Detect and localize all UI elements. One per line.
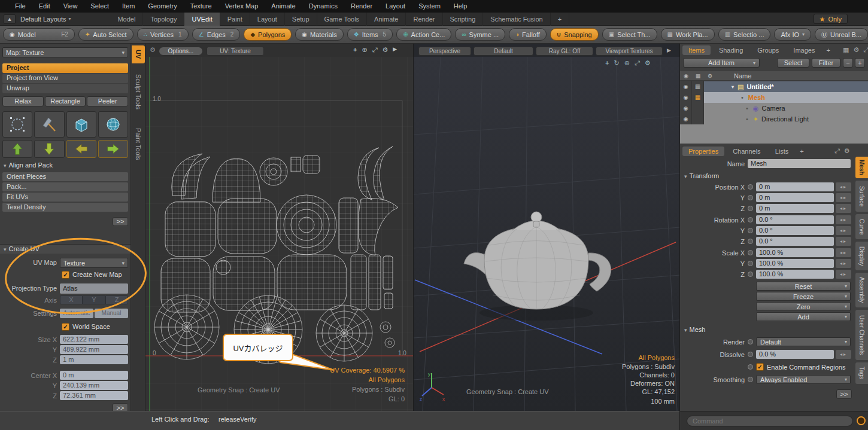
properties-more-button[interactable]: >>: [836, 389, 852, 399]
side-tab-curve[interactable]: Curve: [855, 214, 868, 239]
tab-render[interactable]: Render: [406, 13, 442, 26]
scale-y-field[interactable]: 100.0 %: [756, 259, 834, 268]
position-x-field[interactable]: 0 m: [756, 182, 834, 191]
viewport-tab-perspective[interactable]: Perspective: [418, 47, 471, 56]
texel-density-button[interactable]: Texel Density: [2, 203, 128, 212]
vertical-tab-uv[interactable]: UV: [132, 45, 145, 63]
play-icon[interactable]: ▶: [393, 46, 397, 54]
menu-geometry[interactable]: Geometry: [141, 0, 183, 13]
reset-dot[interactable]: [748, 228, 753, 233]
reset-dot[interactable]: [748, 352, 753, 357]
gear-icon[interactable]: ⚙: [853, 46, 859, 54]
side-tab-surface[interactable]: Surface: [855, 181, 868, 212]
menu-file[interactable]: File: [8, 0, 32, 13]
tab-images[interactable]: Images: [787, 45, 821, 55]
default-layouts-selector[interactable]: Default Layouts: [20, 16, 66, 23]
side-tab-mesh[interactable]: Mesh: [855, 157, 868, 178]
falloff-button[interactable]: ◑Falloff: [509, 28, 547, 41]
axis-y-option[interactable]: Y: [83, 295, 105, 304]
menu-view[interactable]: View: [57, 0, 84, 13]
name-column-header[interactable]: Name: [734, 72, 751, 80]
move-left-button[interactable]: [66, 140, 96, 158]
viewport-tab-default[interactable]: Default: [474, 47, 533, 56]
reset-dot[interactable]: [748, 206, 753, 211]
reset-dot[interactable]: [748, 239, 753, 244]
item-row-camera[interactable]: ◉ • ◉ Camera: [680, 103, 868, 114]
afx-io-button[interactable]: Afx IO▾: [774, 28, 811, 41]
materials-mode-button[interactable]: ◉Materials: [295, 28, 343, 41]
reset-dot[interactable]: [748, 250, 753, 255]
align-and-pack-header[interactable]: ▾Align and Pack: [4, 161, 53, 169]
center-x-field[interactable]: 0 m: [60, 371, 128, 380]
layouts-icon[interactable]: ▲: [4, 14, 16, 24]
tab-properties[interactable]: Properties: [682, 147, 724, 156]
tab-channels[interactable]: Channels: [727, 147, 766, 156]
size-x-field[interactable]: 622.122 mm: [60, 335, 128, 344]
sphere-projection-tool-button[interactable]: [98, 111, 128, 138]
center-z-field[interactable]: 72.361 mm: [60, 391, 128, 400]
side-tab-assembly[interactable]: Assembly: [855, 273, 868, 307]
menu-select[interactable]: Select: [84, 0, 116, 13]
axis-z-option[interactable]: Z: [105, 295, 128, 304]
reset-dot[interactable]: [748, 184, 753, 190]
menu-edit[interactable]: Edit: [32, 0, 57, 13]
tab-shading[interactable]: Shading: [713, 45, 749, 55]
fit-uvs-button[interactable]: Fit UVs: [2, 193, 128, 202]
item-list-empty-area[interactable]: [680, 124, 868, 144]
edges-mode-button[interactable]: ∠Edges2: [192, 28, 241, 41]
eye-icon[interactable]: ◉: [680, 81, 692, 92]
side-tab-user-channels[interactable]: User Channels: [855, 310, 868, 360]
position-x-spinner[interactable]: ◂▸: [836, 182, 851, 191]
eye-icon[interactable]: ◉: [680, 103, 692, 114]
select-through-button[interactable]: ▣Select Th...: [602, 28, 657, 41]
move-view-icon[interactable]: +: [353, 46, 357, 54]
polygons-mode-button[interactable]: ◆Polygons: [244, 28, 292, 41]
viewport-tab-raygl[interactable]: Ray GL: Off: [536, 47, 593, 56]
select-button[interactable]: Select: [777, 58, 809, 68]
rectangle-button[interactable]: Rectangle: [45, 96, 86, 106]
gear-icon[interactable]: ⚙: [382, 46, 388, 54]
add-item-dropdown[interactable]: Add Item ▾: [683, 58, 760, 68]
position-z-field[interactable]: 0 m: [756, 204, 834, 213]
tab-topology[interactable]: Topology: [143, 13, 184, 26]
expand-icon[interactable]: ⤢: [863, 46, 868, 54]
dissolve-spinner[interactable]: ◂▸: [836, 350, 851, 359]
menu-texture[interactable]: Texture: [184, 0, 218, 13]
grid-icon[interactable]: ▦: [843, 46, 849, 54]
command-input[interactable]: [687, 416, 853, 426]
orient-pieces-button[interactable]: Orient Pieces: [2, 172, 128, 181]
item-row-mesh[interactable]: ◉ ▦ • Mesh: [680, 92, 868, 103]
unwrap-button[interactable]: Unwrap: [2, 84, 128, 93]
more-tools-button[interactable]: >>: [113, 217, 128, 226]
menu-render[interactable]: Render: [344, 0, 379, 13]
uv-options-gear-icon[interactable]: ⚙: [150, 46, 156, 54]
dissolve-field[interactable]: 0.0 %: [756, 350, 834, 359]
only-toggle[interactable]: ★ Only: [814, 14, 848, 24]
axis-x-option[interactable]: X: [60, 295, 83, 304]
menu-dynamics[interactable]: Dynamics: [302, 0, 344, 13]
expand-icon[interactable]: ⤢: [834, 147, 840, 155]
tab-lists[interactable]: Lists: [769, 147, 795, 156]
center-y-field[interactable]: 240.139 mm: [60, 381, 128, 390]
expand-triangle-icon[interactable]: ▾: [732, 84, 734, 90]
pack-button[interactable]: Pack...: [2, 182, 128, 191]
reset-dot[interactable]: [748, 339, 753, 344]
gear-icon[interactable]: ⚙: [645, 59, 651, 67]
tab-game-tools[interactable]: Game Tools: [317, 13, 368, 26]
scale-x-spinner[interactable]: ◂▸: [836, 248, 851, 257]
unreal-bridge-button[interactable]: ⓊUnreal B...: [815, 28, 868, 41]
eye-icon[interactable]: ◉: [680, 92, 692, 103]
expand-icon[interactable]: ⤢: [635, 59, 640, 67]
move-down-button[interactable]: [34, 140, 64, 158]
world-space-checkbox[interactable]: ✓: [62, 323, 69, 331]
expand-all-button[interactable]: +: [855, 58, 865, 68]
create-new-map-checkbox[interactable]: ✓: [62, 271, 69, 279]
expand-icon[interactable]: ⤢: [372, 46, 378, 54]
tab-scripting[interactable]: Scripting: [443, 13, 484, 26]
menu-animate[interactable]: Animate: [265, 0, 302, 13]
rotation-z-field[interactable]: 0.0 °: [756, 237, 834, 246]
rotation-z-spinner[interactable]: ◂▸: [836, 237, 851, 246]
tab-add[interactable]: +: [551, 13, 569, 26]
move-right-button[interactable]: [98, 140, 128, 158]
reset-dot[interactable]: [748, 272, 753, 277]
